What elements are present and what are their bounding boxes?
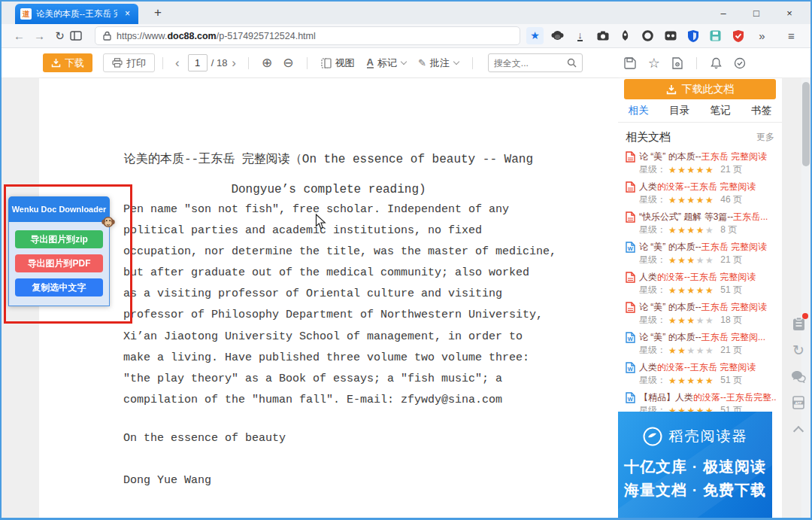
section-title: 相关文档 xyxy=(626,130,756,144)
star-empty-icon: ★ xyxy=(705,345,714,356)
popup-action-button[interactable]: 导出图片到zip xyxy=(15,230,103,248)
next-page-button[interactable]: › xyxy=(227,56,241,71)
export-doc-icon[interactable] xyxy=(672,57,683,69)
pdf-file-icon xyxy=(626,211,635,223)
scrollbar-thumb[interactable] xyxy=(802,82,810,166)
ad-banner[interactable]: 稻壳阅读器 十亿文库 · 极速阅读 海量文档 · 免费下载 xyxy=(618,412,772,518)
star-filled-icon: ★ xyxy=(696,376,705,386)
download-button[interactable]: 下载 xyxy=(43,53,92,72)
fulltext-search-box[interactable] xyxy=(488,53,583,72)
svg-text:W: W xyxy=(628,366,634,373)
star-rating: ★★★★★ xyxy=(668,345,714,356)
monkey-icon xyxy=(101,214,116,230)
verify-check-icon[interactable] xyxy=(734,57,746,69)
close-button[interactable]: × xyxy=(773,8,806,19)
tab-notes[interactable]: 笔记 xyxy=(700,104,741,117)
bell-icon[interactable] xyxy=(710,57,722,69)
extension-ring-icon[interactable] xyxy=(641,29,654,42)
related-doc-item[interactable]: W 论 “美” 的本质--王东岳 完整阅读 星级： ★★★★★ 21 页 xyxy=(626,240,776,266)
tab-close-icon[interactable]: × xyxy=(122,8,133,20)
menu-icon[interactable]: ≡ xyxy=(781,29,801,42)
rating-label: 星级： xyxy=(639,193,666,206)
wenku-downloader-popup[interactable]: Wenku Doc Downloader 导出图片到zip导出图片到PDF复制选… xyxy=(8,196,110,306)
doc-pages: 21 页 xyxy=(720,254,742,266)
extension-camera-icon[interactable] xyxy=(596,29,609,42)
doc-title[interactable]: 论 “美” 的本质--王东岳 完整阅... xyxy=(639,331,776,344)
more-link[interactable]: 更多 xyxy=(756,131,774,144)
related-doc-item[interactable]: 论 “美” 的本质--王东岳 完整阅读 星级： ★★★★★ 18 页 xyxy=(626,300,776,327)
doc-title[interactable]: “快乐公式” 题解 等3篇--王东岳... xyxy=(639,211,776,224)
history-icon[interactable]: ↻ xyxy=(790,342,807,358)
doc-title[interactable]: 论 “美” 的本质--王东岳 完整阅读 xyxy=(639,241,776,254)
tab-title: 论美的本质--王东岳 完整阅读（ xyxy=(36,8,117,20)
related-doc-item[interactable]: 人类的没落--王东岳 完整阅读 星级： ★★★★★ 51 页 xyxy=(626,270,776,296)
tab-bookmarks[interactable]: 书签 xyxy=(741,104,783,117)
sidebar-download-button[interactable]: 下载此文档 xyxy=(624,79,776,99)
download-tray-icon xyxy=(51,58,61,68)
new-tab-button[interactable]: + xyxy=(149,5,167,20)
extension-monkey-icon[interactable] xyxy=(551,29,564,42)
tab-contents[interactable]: 目录 xyxy=(659,104,701,117)
doc-title-dark: “快乐公式” 题解 等3篇-- xyxy=(639,211,733,222)
doc-title[interactable]: 【精品】人类的没落--王东岳完整... xyxy=(639,391,776,404)
star-filled-icon: ★ xyxy=(668,255,677,266)
back-button[interactable]: ← xyxy=(9,29,29,42)
extension-rocket-icon[interactable] xyxy=(619,29,632,42)
overflow-icon[interactable]: » xyxy=(752,29,772,42)
star-filled-icon: ★ xyxy=(677,195,686,205)
mobile-app-icon[interactable]: APP xyxy=(790,394,807,411)
doc-title[interactable]: 人类的没落--王东岳 完整阅读 xyxy=(639,361,776,374)
extension-panda-icon[interactable] xyxy=(664,29,677,42)
address-bar[interactable]: https://www.doc88.com/p-5174925712524.ht… xyxy=(95,26,520,45)
mark-button[interactable]: A 标记 xyxy=(361,56,412,70)
extension-download-icon[interactable]: ↓ xyxy=(574,29,586,42)
related-doc-item[interactable]: 论 “美” 的本质--王东岳 完整阅读 星级： ★★★★★ 21 页 xyxy=(626,150,776,176)
doc-title-dark: 论 “美” 的本质-- xyxy=(639,151,701,162)
reload-button[interactable]: ↻ xyxy=(50,29,70,43)
related-doc-item[interactable]: W 人类的没落--王东岳 完整阅读 星级： ★★★★★ 51 页 xyxy=(626,360,776,387)
zoom-out-button[interactable]: ⊖ xyxy=(277,55,298,71)
browser-titlebar: 道 论美的本质--王东岳 完整阅读（ × + – □ × xyxy=(2,2,810,24)
popup-action-button[interactable]: 复制选中文字 xyxy=(15,278,103,296)
doc-title[interactable]: 人类的没落--王东岳 完整阅读 xyxy=(639,181,776,193)
view-button[interactable]: 视图 xyxy=(315,56,361,70)
scrollbar[interactable] xyxy=(801,78,810,518)
forward-button[interactable]: → xyxy=(29,29,50,42)
doc-title[interactable]: 论 “美” 的本质--王东岳 完整阅读 xyxy=(639,301,776,314)
star-filled-icon: ★ xyxy=(696,165,705,175)
sidebar-toggle-icon[interactable] xyxy=(70,31,90,41)
related-doc-item[interactable]: 人类的没落--王东岳 完整阅读 星级： ★★★★★ 46 页 xyxy=(626,180,776,206)
maximize-button[interactable]: □ xyxy=(740,8,773,19)
extension-shield-blue-icon[interactable] xyxy=(686,29,699,42)
browser-tab[interactable]: 道 论美的本质--王东岳 完整阅读（ × xyxy=(15,4,138,24)
extension-floppy-teal-icon[interactable] xyxy=(709,29,722,42)
doc-title[interactable]: 论 “美” 的本质--王东岳 完整阅读 xyxy=(639,151,776,163)
bookmark-star-icon[interactable]: ★ xyxy=(526,27,544,44)
back-to-top-icon[interactable] xyxy=(790,421,807,437)
toolbar-divider xyxy=(696,57,697,69)
annotate-button[interactable]: ✎ 批注 xyxy=(412,56,465,70)
print-button[interactable]: 打印 xyxy=(103,53,155,72)
minimize-button[interactable]: – xyxy=(707,8,740,19)
star-filled-icon: ★ xyxy=(705,165,714,175)
chat-service-icon[interactable] xyxy=(790,368,807,385)
prev-page-button[interactable]: ‹ xyxy=(171,56,184,71)
tab-related[interactable]: 相关 xyxy=(618,104,659,117)
star-filled-icon: ★ xyxy=(687,285,696,296)
favorite-star-icon[interactable]: ☆ xyxy=(648,55,660,71)
related-doc-item[interactable]: W 论 “美” 的本质--王东岳 完整阅... 星级： ★★★★★ 21 页 xyxy=(626,330,776,357)
extension-shield-red-icon[interactable] xyxy=(732,29,744,42)
doc-title-red: 的没落--王东岳完整... xyxy=(693,392,776,403)
save-icon[interactable] xyxy=(624,57,636,69)
feedback-clipboard-icon[interactable] xyxy=(790,315,807,332)
page-number-input[interactable] xyxy=(188,54,208,71)
related-doc-item[interactable]: “快乐公式” 题解 等3篇--王东岳... 星级： ★★★★★ 8 页 xyxy=(626,210,776,236)
doc-rating-row: 星级： ★★★★★ 51 页 xyxy=(626,284,776,296)
zoom-in-button[interactable]: ⊕ xyxy=(256,55,277,71)
search-input[interactable] xyxy=(494,58,567,68)
popup-action-button[interactable]: 导出图片到PDF xyxy=(15,254,103,272)
toolbar-divider xyxy=(248,57,249,69)
doc-rating-row: 星级： ★★★★★ 51 页 xyxy=(626,374,776,387)
doc-title[interactable]: 人类的没落--王东岳 完整阅读 xyxy=(639,271,776,284)
search-icon[interactable] xyxy=(567,58,577,68)
